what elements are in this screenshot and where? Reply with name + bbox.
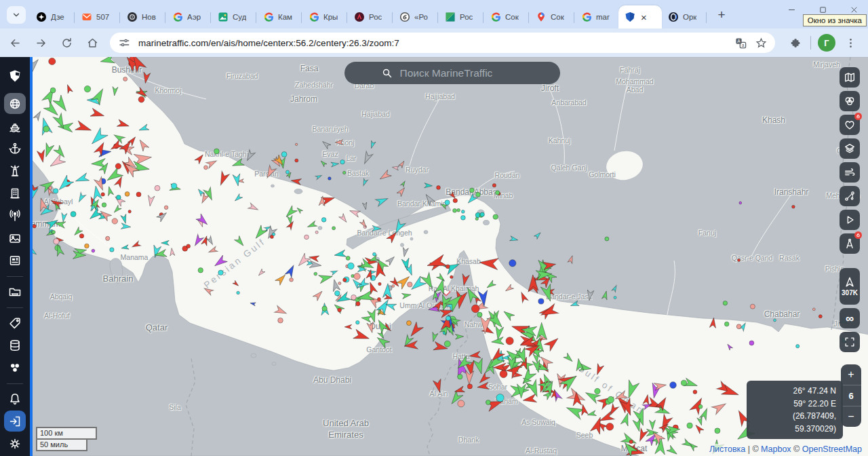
vessel-marker[interactable]: [367, 322, 376, 333]
vessel-marker[interactable]: [445, 200, 450, 205]
extensions-button[interactable]: [785, 32, 806, 54]
sidebar-item-login[interactable]: [4, 411, 26, 432]
minimize-button[interactable]: [784, 3, 799, 16]
vessel-marker[interactable]: [643, 394, 651, 405]
browser-tab[interactable]: 507: [75, 5, 119, 28]
vessel-marker[interactable]: [377, 298, 380, 301]
vessel-marker[interactable]: [275, 273, 288, 286]
vessel-marker[interactable]: [250, 301, 256, 306]
vessel-marker[interactable]: [774, 319, 776, 322]
vessel-marker[interactable]: [75, 121, 93, 135]
vessel-marker[interactable]: [319, 159, 327, 167]
vessel-marker[interactable]: [71, 212, 76, 217]
attribution-link[interactable]: Mapbox: [761, 444, 791, 454]
zoom-in-button[interactable]: +: [841, 364, 861, 385]
browser-menu-button[interactable]: [840, 32, 861, 54]
vessel-marker[interactable]: [667, 445, 679, 456]
vessel-marker[interactable]: [113, 205, 121, 214]
vessel-marker[interactable]: [397, 186, 407, 196]
vessel-marker[interactable]: [84, 86, 90, 92]
vessel-marker[interactable]: [344, 324, 352, 329]
tab-search-button[interactable]: [7, 6, 26, 24]
vessel-marker[interactable]: [460, 273, 469, 286]
vessel-marker[interactable]: [477, 312, 482, 317]
vessel-marker[interactable]: [444, 341, 450, 347]
vessel-marker[interactable]: [102, 203, 106, 208]
vessel-marker[interactable]: [60, 213, 67, 223]
vessel-marker[interactable]: [504, 284, 513, 293]
vessel-marker[interactable]: [361, 151, 373, 166]
vessel-marker[interactable]: [500, 370, 507, 378]
vessel-marker[interactable]: [123, 77, 127, 81]
vessel-marker[interactable]: [792, 205, 795, 208]
vessel-marker[interactable]: [88, 128, 108, 147]
vessel-marker[interactable]: [461, 210, 465, 214]
vessel-marker[interactable]: [285, 264, 297, 278]
url-input[interactable]: [137, 37, 730, 49]
vessel-marker[interactable]: [595, 388, 600, 394]
vessel-marker[interactable]: [33, 225, 36, 228]
vessel-marker[interactable]: [137, 138, 149, 151]
vessel-marker[interactable]: [457, 208, 460, 212]
vessel-marker[interactable]: [711, 400, 728, 415]
vessel-marker[interactable]: [244, 150, 255, 162]
vessel-marker[interactable]: [196, 214, 210, 227]
vessel-marker[interactable]: [212, 255, 227, 269]
vessel-marker[interactable]: [534, 231, 542, 240]
vessel-marker[interactable]: [186, 244, 191, 248]
vessel-marker[interactable]: [690, 396, 706, 414]
vessel-marker[interactable]: [715, 428, 720, 434]
vessel-marker[interactable]: [461, 215, 466, 220]
vessel-marker[interactable]: [373, 252, 376, 256]
vessel-marker[interactable]: [50, 88, 56, 93]
vessel-marker[interactable]: [319, 272, 334, 283]
vessel-marker[interactable]: [407, 321, 412, 326]
map-search-input[interactable]: [399, 66, 524, 80]
vessel-marker[interactable]: [307, 221, 317, 230]
vessel-marker[interactable]: [670, 382, 677, 389]
map-tool-layers[interactable]: [840, 138, 860, 159]
vessel-marker[interactable]: [496, 191, 500, 195]
vessel-marker[interactable]: [369, 140, 376, 149]
vessel-marker[interactable]: [315, 174, 322, 179]
vessel-marker[interactable]: [295, 143, 297, 145]
map-tool-measure[interactable]: [840, 233, 860, 254]
vessel-marker[interactable]: [522, 394, 536, 404]
vessel-marker[interactable]: [349, 208, 360, 217]
vessel-marker[interactable]: [309, 261, 321, 269]
vessel-marker[interactable]: [321, 218, 326, 223]
browser-tab[interactable]: Дзе: [30, 5, 73, 28]
vessel-marker[interactable]: [77, 193, 86, 204]
vessel-marker[interactable]: [343, 171, 346, 174]
vessel-marker[interactable]: [480, 212, 484, 216]
vessel-marker[interactable]: [161, 240, 170, 245]
vessel-marker[interactable]: [208, 246, 218, 254]
vessel-marker[interactable]: [112, 218, 117, 224]
vessel-marker[interactable]: [54, 189, 58, 193]
vessel-marker[interactable]: [509, 260, 516, 267]
vessel-marker[interactable]: [470, 188, 475, 193]
browser-tab[interactable]: mar: [575, 5, 618, 28]
vessel-marker[interactable]: [321, 140, 331, 149]
vessel-marker[interactable]: [100, 57, 115, 66]
browser-tab[interactable]: Кры: [302, 5, 346, 28]
vessel-marker[interactable]: [217, 171, 230, 187]
vessel-marker[interactable]: [231, 158, 245, 169]
vessel-marker[interactable]: [270, 235, 273, 239]
vessel-marker[interactable]: [65, 83, 73, 93]
vessel-marker[interactable]: [378, 282, 381, 285]
vessel-marker[interactable]: [248, 203, 259, 212]
vessel-marker[interactable]: [322, 306, 327, 311]
vessel-marker[interactable]: [33, 110, 43, 121]
vessel-marker[interactable]: [214, 149, 220, 154]
vessel-marker[interactable]: [681, 380, 686, 385]
browser-tab[interactable]: Сок: [484, 5, 528, 28]
vessel-marker[interactable]: [49, 58, 56, 64]
vessel-marker[interactable]: [331, 279, 340, 292]
vessel-marker[interactable]: [218, 270, 223, 275]
vessel-marker[interactable]: [313, 289, 324, 301]
vessel-marker[interactable]: [455, 334, 463, 339]
vessel-marker[interactable]: [116, 195, 121, 200]
vessel-marker[interactable]: [477, 382, 489, 391]
vessel-marker[interactable]: [726, 343, 733, 351]
